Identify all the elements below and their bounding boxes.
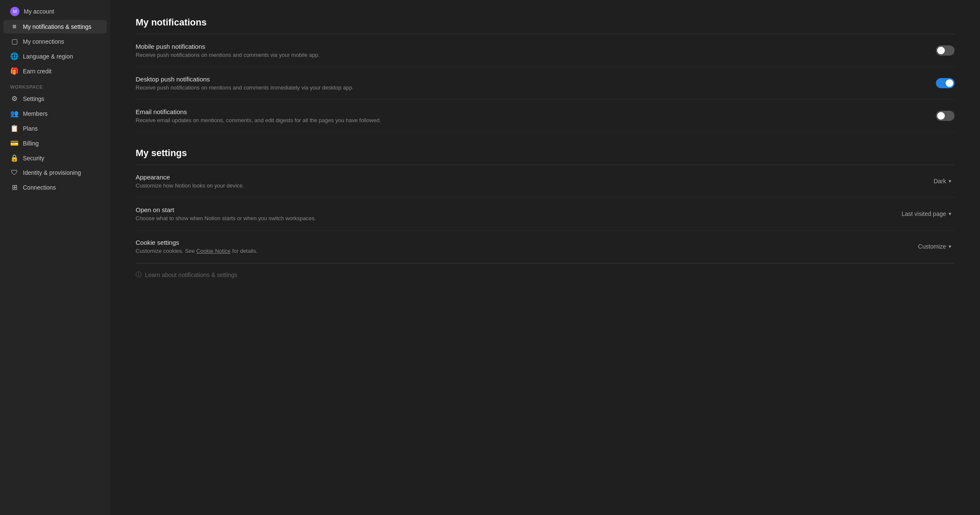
sidebar-item-plans[interactable]: 📋 Plans [3, 121, 107, 135]
appearance-value: Dark [933, 178, 946, 185]
cookie-settings-dropdown[interactable]: Customize ▾ [915, 241, 955, 252]
settings-section-title: My settings [136, 148, 955, 159]
sidebar-item-identity[interactable]: 🛡 Identity & provisioning [3, 166, 107, 179]
appearance-name: Appearance [136, 174, 244, 181]
email-notifications-info: Email notifications Receive email update… [136, 108, 381, 123]
cookie-settings-value: Customize [918, 243, 946, 250]
mobile-push-toggle[interactable] [936, 45, 955, 56]
connections-ws-icon: ⊞ [10, 183, 19, 191]
sidebar-item-connections-ws-label: Connections [23, 184, 56, 191]
mobile-push-slider [936, 45, 955, 56]
settings-icon: ⚙ [10, 95, 19, 103]
earn-credit-icon: 🎁 [10, 67, 19, 75]
sidebar-item-my-account-label: My account [24, 8, 54, 15]
help-icon: ⓘ [136, 271, 142, 279]
help-link-row[interactable]: ⓘ Learn about notifications & settings [136, 263, 955, 280]
appearance-chevron: ▾ [949, 178, 951, 184]
sidebar: M My account ≡ My notifications & settin… [0, 0, 110, 515]
sidebar-item-connections[interactable]: ▢ My connections [3, 34, 107, 48]
identity-icon: 🛡 [10, 169, 19, 176]
open-on-start-info: Open on start Choose what to show when N… [136, 206, 316, 221]
sidebar-item-notifications-label: My notifications & settings [23, 23, 92, 30]
sidebar-item-settings[interactable]: ⚙ Settings [3, 92, 107, 106]
mobile-push-desc: Receive push notifications on mentions a… [136, 52, 320, 58]
sidebar-item-language[interactable]: 🌐 Language & region [3, 49, 107, 63]
desktop-push-toggle[interactable] [936, 78, 955, 88]
email-notifications-desc: Receive email updates on mentions, comme… [136, 117, 381, 123]
sidebar-item-billing-label: Billing [23, 140, 39, 147]
appearance-row: Appearance Customize how Notion looks on… [136, 165, 955, 198]
cookie-settings-row: Cookie settings Customize cookies. See C… [136, 230, 955, 263]
mobile-push-row: Mobile push notifications Receive push n… [136, 34, 955, 67]
avatar: M [10, 7, 19, 16]
email-notifications-name: Email notifications [136, 108, 381, 115]
appearance-dropdown[interactable]: Dark ▾ [930, 176, 955, 186]
appearance-desc: Customize how Notion looks on your devic… [136, 182, 244, 189]
email-notifications-toggle[interactable] [936, 111, 955, 121]
open-on-start-desc: Choose what to show when Notion starts o… [136, 215, 316, 221]
open-on-start-row: Open on start Choose what to show when N… [136, 198, 955, 230]
open-on-start-chevron: ▾ [949, 211, 951, 217]
sidebar-item-language-label: Language & region [23, 53, 73, 60]
sidebar-item-members[interactable]: 👥 Members [3, 106, 107, 120]
sidebar-item-settings-label: Settings [23, 95, 45, 102]
sidebar-item-connections-ws[interactable]: ⊞ Connections [3, 180, 107, 194]
workspace-section-label: WORKSPACE [0, 78, 110, 91]
appearance-info: Appearance Customize how Notion looks on… [136, 174, 244, 189]
sidebar-item-earn-credit[interactable]: 🎁 Earn credit [3, 64, 107, 78]
desktop-push-slider [936, 78, 955, 88]
cookie-settings-desc: Customize cookies. See Cookie Notice for… [136, 248, 258, 254]
desktop-push-desc: Receive push notifications on mentions a… [136, 84, 354, 91]
open-on-start-dropdown[interactable]: Last visited page ▾ [898, 209, 955, 219]
cookie-settings-chevron: ▾ [949, 244, 951, 249]
sidebar-item-identity-label: Identity & provisioning [23, 169, 81, 176]
mobile-push-name: Mobile push notifications [136, 43, 320, 50]
billing-icon: 💳 [10, 139, 19, 147]
sidebar-item-security-label: Security [23, 155, 45, 162]
cookie-desc-after: for details. [231, 248, 258, 254]
notifications-icon: ≡ [10, 23, 19, 31]
language-icon: 🌐 [10, 52, 19, 60]
sidebar-item-billing[interactable]: 💳 Billing [3, 136, 107, 150]
help-link-label: Learn about notifications & settings [145, 271, 237, 278]
cookie-desc-before: Customize cookies. See [136, 248, 196, 254]
security-icon: 🔒 [10, 154, 19, 162]
sidebar-item-members-label: Members [23, 110, 47, 117]
sidebar-item-my-account[interactable]: M My account [3, 4, 107, 19]
open-on-start-name: Open on start [136, 206, 316, 213]
connections-icon: ▢ [10, 37, 19, 45]
cookie-notice-link[interactable]: Cookie Notice [196, 248, 231, 254]
mobile-push-info: Mobile push notifications Receive push n… [136, 43, 320, 58]
email-notifications-row: Email notifications Receive email update… [136, 100, 955, 132]
email-notifications-slider [936, 111, 955, 121]
sidebar-item-plans-label: Plans [23, 125, 38, 132]
desktop-push-info: Desktop push notifications Receive push … [136, 76, 354, 91]
desktop-push-row: Desktop push notifications Receive push … [136, 67, 955, 100]
members-icon: 👥 [10, 109, 19, 118]
sidebar-item-connections-label: My connections [23, 38, 64, 45]
cookie-settings-name: Cookie settings [136, 239, 258, 246]
notifications-section-title: My notifications [136, 17, 955, 28]
main-content: My notifications Mobile push notificatio… [110, 0, 980, 515]
sidebar-item-security[interactable]: 🔒 Security [3, 151, 107, 165]
sidebar-item-earn-credit-label: Earn credit [23, 68, 52, 75]
cookie-settings-info: Cookie settings Customize cookies. See C… [136, 239, 258, 254]
desktop-push-name: Desktop push notifications [136, 76, 354, 83]
my-settings-section: My settings Appearance Customize how Not… [136, 148, 955, 280]
plans-icon: 📋 [10, 124, 19, 132]
open-on-start-value: Last visited page [902, 210, 946, 217]
sidebar-item-notifications[interactable]: ≡ My notifications & settings [3, 20, 107, 34]
